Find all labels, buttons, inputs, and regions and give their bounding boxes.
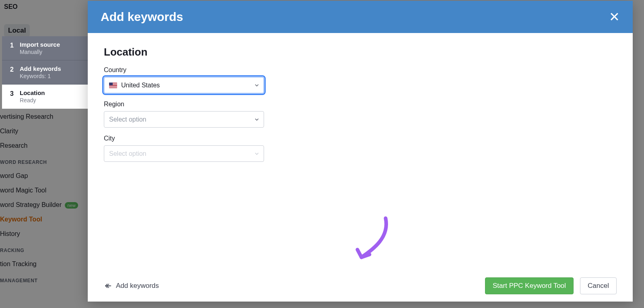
add-keywords-modal: Add keywords ✕ Location Country United S… bbox=[88, 1, 633, 302]
annotation-arrow-icon bbox=[349, 215, 398, 267]
cancel-button[interactable]: Cancel bbox=[580, 277, 617, 294]
section-title-location: Location bbox=[104, 46, 617, 58]
region-select[interactable]: Select option bbox=[104, 111, 264, 128]
modal-footer: Add keywords Start PPC Keyword Tool Canc… bbox=[88, 270, 633, 302]
chevron-down-icon bbox=[254, 117, 260, 122]
country-value: United States bbox=[121, 82, 160, 89]
step-title: Add keywords bbox=[20, 65, 61, 72]
step-title: Import source bbox=[20, 41, 60, 48]
close-icon[interactable]: ✕ bbox=[609, 10, 620, 23]
city-label: City bbox=[104, 135, 617, 142]
step-title: Location bbox=[20, 89, 45, 96]
step-subtitle: Ready bbox=[20, 97, 45, 103]
city-select[interactable]: Select option bbox=[104, 145, 264, 162]
chevron-down-icon bbox=[254, 83, 260, 88]
wizard-step-3[interactable]: 3 Location Ready bbox=[2, 85, 88, 109]
city-placeholder: Select option bbox=[109, 150, 147, 157]
region-placeholder: Select option bbox=[109, 116, 147, 123]
us-flag-icon bbox=[109, 83, 117, 88]
modal-header: Add keywords ✕ bbox=[88, 1, 633, 33]
step-number: 2 bbox=[10, 65, 15, 73]
modal-title: Add keywords bbox=[101, 10, 183, 24]
step-subtitle: Keywords: 1 bbox=[20, 73, 61, 79]
step-subtitle: Manually bbox=[20, 49, 60, 55]
wizard-steps-panel: 1 Import source Manually 2 Add keywords … bbox=[2, 36, 88, 109]
wizard-step-2[interactable]: 2 Add keywords Keywords: 1 bbox=[2, 60, 88, 85]
location-form: Location Country United States Region Se… bbox=[88, 33, 633, 270]
back-to-add-keywords[interactable]: Add keywords bbox=[104, 282, 159, 290]
country-select[interactable]: United States bbox=[104, 77, 264, 93]
chevron-down-icon bbox=[254, 151, 260, 157]
start-ppc-keyword-tool-button[interactable]: Start PPC Keyword Tool bbox=[485, 277, 574, 294]
step-number: 3 bbox=[10, 89, 15, 97]
wizard-step-1[interactable]: 1 Import source Manually bbox=[2, 36, 88, 60]
modal-body: Location Country United States Region Se… bbox=[88, 33, 633, 270]
country-label: Country bbox=[104, 66, 617, 74]
region-label: Region bbox=[104, 101, 617, 108]
arrow-left-icon bbox=[104, 282, 112, 289]
step-number: 1 bbox=[10, 41, 15, 49]
back-label: Add keywords bbox=[116, 282, 159, 290]
